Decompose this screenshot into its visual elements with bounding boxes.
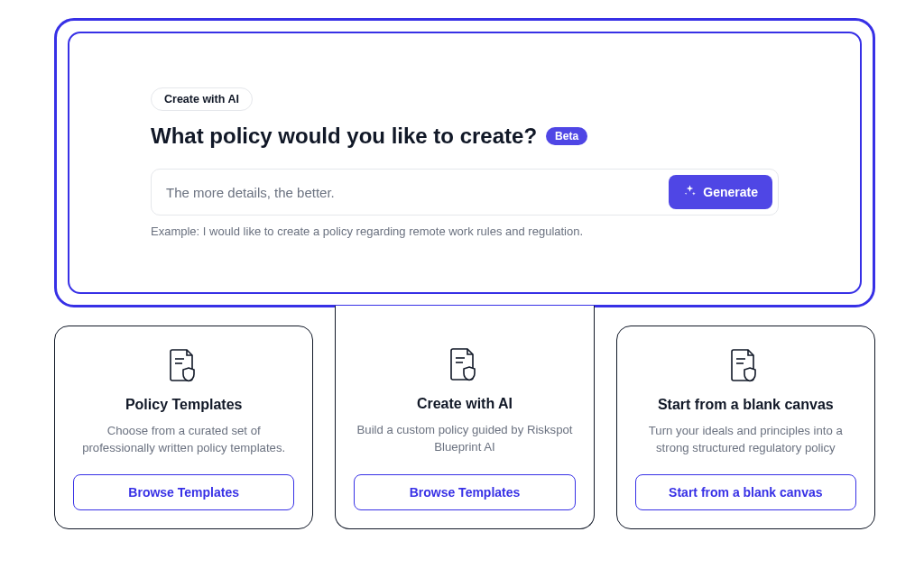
sparkles-icon: [683, 184, 697, 200]
document-shield-icon: [449, 347, 480, 396]
option-card-templates: Policy Templates Choose from a curated s…: [54, 326, 313, 529]
create-with-ai-hero: Create with AI What policy would you lik…: [54, 18, 875, 307]
policy-prompt-input[interactable]: [166, 185, 669, 200]
hero-title: What policy would you like to create?: [151, 124, 537, 149]
prompt-input-row: Generate: [151, 169, 779, 216]
option-card-ai: Create with AI Build a custom policy gui…: [335, 326, 594, 529]
example-text: Example: I would like to create a policy…: [151, 225, 779, 238]
options-row: Policy Templates Choose from a curated s…: [54, 326, 875, 529]
option-desc: Choose from a curated set of professiona…: [73, 422, 294, 456]
option-desc: Build a custom policy guided by Riskspot…: [354, 421, 575, 456]
option-title: Create with AI: [417, 396, 513, 412]
generate-button[interactable]: Generate: [669, 175, 772, 209]
beta-badge: Beta: [546, 127, 587, 145]
document-shield-icon: [169, 348, 199, 397]
start-blank-button[interactable]: Start from a blank canvas: [635, 474, 856, 510]
option-card-blank: Start from a blank canvas Turn your idea…: [616, 326, 875, 529]
option-desc: Turn your ideals and principles into a s…: [635, 422, 856, 456]
document-shield-icon: [730, 348, 761, 397]
browse-templates-button[interactable]: Browse Templates: [354, 474, 575, 510]
option-title: Policy Templates: [125, 397, 243, 413]
hero-tag: Create with AI: [151, 87, 253, 111]
option-title: Start from a blank canvas: [658, 397, 834, 413]
browse-templates-button[interactable]: Browse Templates: [73, 474, 294, 510]
hero-inner: Create with AI What policy would you lik…: [68, 32, 862, 294]
hero-title-line: What policy would you like to create? Be…: [151, 124, 779, 149]
card-connector: [335, 306, 595, 326]
generate-button-label: Generate: [703, 185, 758, 199]
